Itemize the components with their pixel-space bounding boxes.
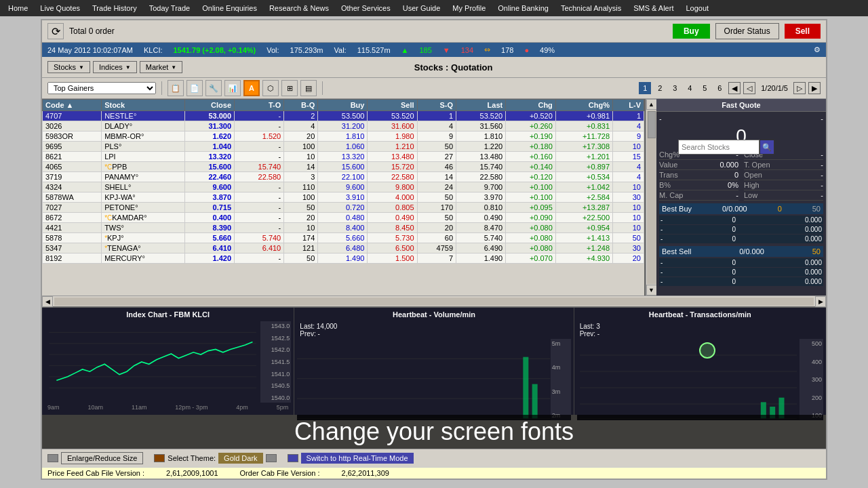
- nav-home[interactable]: Home: [3, 3, 33, 14]
- col-chg[interactable]: Chg: [506, 100, 556, 111]
- table-row[interactable]: 9695PLS°1.040-1001.0601.210501.220+0.180…: [43, 142, 644, 152]
- stocks-dropdown[interactable]: Stocks: [47, 61, 90, 73]
- h-scroll-track[interactable]: [54, 298, 814, 306]
- scroll-up-arrow[interactable]: ▲: [646, 99, 657, 110]
- table-cell: 13.320: [318, 152, 368, 162]
- tool-btn-a[interactable]: A: [243, 80, 260, 96]
- tool-btn-6[interactable]: ⊞: [281, 80, 298, 96]
- tool-btn-7[interactable]: ▤: [300, 80, 317, 96]
- table-cell: 5.740: [456, 233, 506, 243]
- col-bq[interactable]: B-Q: [284, 100, 318, 111]
- nav-technical-analysis[interactable]: Technical Analysis: [555, 3, 627, 14]
- col-sell[interactable]: Sell: [368, 100, 417, 111]
- next-page-btn[interactable]: ▷: [793, 82, 806, 94]
- table-cell: 15.720: [368, 162, 417, 172]
- table-row[interactable]: 8672*CKAMDAR°0.400-200.4800.490500.490+0…: [43, 213, 644, 223]
- table-cell: MERCURY°: [102, 253, 185, 264]
- nav-research-news[interactable]: Research & News: [264, 3, 334, 14]
- tool-btn-1[interactable]: 📋: [167, 80, 184, 96]
- table-row[interactable]: 3719PANAMY°22.46022.580322.10022.5801422…: [43, 172, 644, 182]
- nav-online-banking[interactable]: Online Banking: [492, 3, 554, 14]
- col-to[interactable]: T-O: [235, 100, 284, 111]
- status-icon-4: [288, 454, 298, 462]
- table-cell: 53.500: [318, 111, 368, 121]
- scroll-left-arrow[interactable]: ◀: [42, 296, 53, 307]
- nav-my-profile[interactable]: My Profile: [447, 3, 491, 14]
- next-page-end-btn[interactable]: ▶: [808, 82, 821, 94]
- col-close[interactable]: Close: [184, 100, 234, 111]
- tool-btn-4[interactable]: 📊: [224, 80, 241, 96]
- table-row[interactable]: 8621LPI13.320-1013.32013.4802713.480+0.1…: [43, 152, 644, 162]
- info-bar: 24 May 2012 10:02:07AM KLCI: 1541.79 (+2…: [42, 43, 826, 57]
- scroll-right-arrow[interactable]: ▶: [815, 296, 826, 307]
- y-label-4: 1541.5: [262, 359, 290, 365]
- market-dropdown[interactable]: Market: [140, 61, 183, 73]
- tool-btn-5[interactable]: ⬡: [262, 80, 279, 96]
- prev-page-alt-btn[interactable]: ◁: [743, 82, 755, 94]
- table-row[interactable]: 5347*TENAGA°6.4106.4101216.4806.50047596…: [43, 243, 644, 253]
- table-row[interactable]: 8192MERCURY°1.420-501.4901.50071.490+0.0…: [43, 253, 644, 264]
- horizontal-scrollbar[interactable]: ◀ ▶: [42, 296, 826, 306]
- table-cell: +0.160: [506, 152, 556, 162]
- gainers-dropdown[interactable]: Top Gainers: [47, 82, 156, 94]
- scroll-down-arrow[interactable]: ▼: [646, 285, 657, 296]
- table-row[interactable]: 4707NESTLE°53.000-253.50053.520153.520+0…: [43, 111, 644, 121]
- table-scrollbar[interactable]: ▲ ▼: [646, 99, 656, 296]
- page-2[interactable]: 2: [654, 82, 666, 94]
- table-row[interactable]: 3026DLADY°31.300-431.20031.600431.560+0.…: [43, 121, 644, 131]
- table-row[interactable]: 4324SHELL°9.600-1109.6009.800249.700+0.1…: [43, 182, 644, 192]
- indices-dropdown[interactable]: Indices: [93, 61, 137, 73]
- col-chgp[interactable]: Chg%: [555, 100, 612, 111]
- realtime-button[interactable]: Switch to http Real-Time Mode: [301, 453, 414, 464]
- col-buy[interactable]: Buy: [318, 100, 368, 111]
- col-sq[interactable]: S-Q: [417, 100, 456, 111]
- tool-btn-2[interactable]: 📄: [186, 80, 203, 96]
- refresh-icon[interactable]: ⟳: [47, 23, 64, 39]
- page-4[interactable]: 4: [684, 82, 696, 94]
- table-row[interactable]: 5983ORMBMR-OR°1.6201.520201.8101.98091.8…: [43, 131, 644, 142]
- page-1[interactable]: 1: [639, 82, 651, 94]
- table-cell: +0.070: [506, 253, 556, 264]
- col-stock[interactable]: Stock: [102, 100, 185, 111]
- nav-logout[interactable]: Logout: [680, 3, 714, 14]
- table-row[interactable]: 4421TWS°8.390-108.4008.450208.470+0.080+…: [43, 223, 644, 233]
- page-6[interactable]: 6: [713, 82, 726, 94]
- search-input[interactable]: [678, 140, 760, 155]
- nav-today-trade[interactable]: Today Trade: [144, 3, 196, 14]
- table-row[interactable]: 5878WAKPJ-WA°3.870-1003.9104.000503.970+…: [43, 192, 644, 203]
- buy-button[interactable]: Buy: [673, 24, 710, 39]
- table-row[interactable]: 7027PETONE°0.715-500.7200.8051700.810+0.…: [43, 203, 644, 213]
- search-button[interactable]: 🔍: [760, 140, 774, 155]
- stock-table: Code ▲ Stock Close T-O B-Q Buy Sell S-Q …: [42, 99, 644, 264]
- nav-other-services[interactable]: Other Services: [336, 3, 396, 14]
- table-cell: 50: [284, 203, 318, 213]
- scroll-track[interactable]: [647, 110, 656, 284]
- table-cell: 4759: [417, 243, 456, 253]
- order-status-button[interactable]: Order Status: [715, 23, 779, 39]
- scroll-thumb[interactable]: [648, 111, 656, 138]
- table-row[interactable]: 5878*KPJ°5.6605.7401745.6605.730605.740+…: [43, 233, 644, 243]
- col-code[interactable]: Code ▲: [43, 100, 102, 111]
- nav-sms-alert[interactable]: SMS & Alert: [628, 3, 679, 14]
- table-cell: 1.500: [368, 253, 417, 264]
- settings-icon[interactable]: ⚙: [814, 45, 821, 54]
- nav-live-quotes[interactable]: Live Quotes: [35, 3, 85, 14]
- col-lv[interactable]: L-V: [613, 100, 644, 111]
- trans-y-200: 200: [801, 394, 822, 401]
- tool-btn-3[interactable]: 🔧: [205, 80, 222, 96]
- page-5[interactable]: 5: [698, 82, 711, 94]
- col-last[interactable]: Last: [456, 100, 506, 111]
- nav-online-enquiries[interactable]: Online Enquiries: [197, 3, 262, 14]
- nav-user-guide[interactable]: User Guide: [397, 3, 446, 14]
- page-3[interactable]: 3: [669, 82, 681, 94]
- table-row[interactable]: 4065*CPPB15.60015.7401415.60015.7204615.…: [43, 162, 644, 172]
- prev-page-btn[interactable]: ◀: [728, 82, 741, 94]
- sell-button[interactable]: Sell: [785, 24, 821, 39]
- fq-top: - -: [659, 115, 823, 123]
- vol-time-3m: 3m: [552, 388, 570, 395]
- table-cell: +0.080: [506, 223, 556, 233]
- nav-trade-history[interactable]: Trade History: [87, 3, 142, 14]
- fq-open-label: Open: [744, 171, 762, 179]
- fq-low-val: -: [821, 191, 823, 199]
- enlarge-button[interactable]: Enlarge/Reduce Size: [61, 452, 143, 464]
